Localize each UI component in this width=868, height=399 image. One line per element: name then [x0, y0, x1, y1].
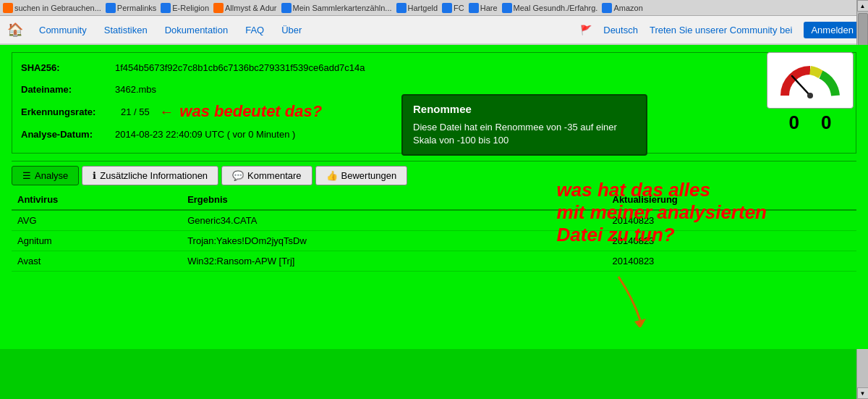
gauge-value-2: 0	[821, 112, 831, 134]
community-cta[interactable]: Treten Sie unserer Community bei	[650, 25, 793, 35]
annotation-arrow: ←	[156, 104, 174, 120]
bookmark-item[interactable]: E-Religion	[161, 3, 209, 13]
svg-point-2	[807, 93, 813, 98]
large-annotation: was hat das alles mit meiner analysierte…	[557, 179, 767, 247]
cell-aktualisierung: 20140823	[607, 251, 857, 272]
erkennungsrate-value: 21 / 55	[121, 106, 150, 117]
sha256-row: SHA256: 1f454b5673f92c7c8b1cb6c7136bc279…	[21, 59, 847, 76]
scroll-up-button[interactable]: ▲	[857, 0, 869, 12]
tab-kommentare[interactable]: 💬 Kommentare	[221, 166, 312, 185]
tooltip-body: Diese Datei hat ein Renommee von -35 auf…	[413, 121, 636, 147]
nav-dokumentation[interactable]: Dokumentation	[156, 25, 237, 35]
annotation-text: was bedeutet das?	[179, 102, 322, 121]
nav-right: 🚩 Deutsch Treten Sie unserer Community b…	[580, 22, 861, 38]
bookmark-icon	[281, 3, 292, 13]
bookmark-icon	[161, 3, 171, 13]
nav-statistiken[interactable]: Statistiken	[95, 25, 156, 35]
bookmark-item[interactable]: Hartgeld	[396, 3, 438, 13]
gauge-value-1: 0	[789, 112, 799, 134]
home-button[interactable]: 🏠	[7, 22, 23, 38]
tab-analyse-label: Analyse	[35, 170, 68, 181]
tooltip-title: Renommee	[413, 103, 636, 115]
bookmark-item[interactable]: suchen in Gebrauchen...	[3, 3, 101, 13]
bookmark-item[interactable]: Allmyst & Adur	[213, 3, 277, 13]
nav-uber[interactable]: Über	[273, 25, 310, 35]
tab-zusatzliche-label: Zusätzliche Informationen	[100, 170, 208, 181]
cell-ergebnis: Trojan:Yakes!DOm2jyqTsDw	[182, 231, 606, 251]
dateiname-label: Dateiname:	[21, 84, 115, 95]
bookmark-item[interactable]: Mein Sammlerkartenzähln...	[281, 3, 392, 13]
cell-antivirus: AVG	[12, 210, 182, 231]
bookmark-icon	[213, 3, 224, 13]
sha256-label: SHA256:	[21, 62, 115, 73]
sha256-value: 1f454b5673f92c7c8b1cb6c7136bc279331f539c…	[115, 62, 365, 73]
scroll-down-button[interactable]: ▼	[857, 387, 869, 399]
bookmark-icon	[396, 3, 407, 13]
col-ergebnis: Ergebnis	[182, 190, 606, 210]
tooltip-popup: Renommee Diese Datei hat ein Renommee vo…	[401, 94, 647, 156]
table-row: AvastWin32:Ransom-APW [Trj]20140823	[12, 251, 856, 272]
bookmark-bar: suchen in Gebrauchen... Permalinks E-Rel…	[0, 0, 868, 16]
tab-zusatzliche[interactable]: ℹ Zusätzliche Informationen	[82, 166, 218, 185]
col-antivirus: Antivirus	[12, 190, 182, 210]
gauge-visual	[767, 52, 854, 109]
analyse-datum-label: Analyse-Datum:	[21, 129, 115, 140]
nav-faq[interactable]: FAQ	[237, 25, 273, 35]
bookmark-icon	[469, 3, 479, 13]
tab-kommentare-label: Kommentare	[247, 170, 301, 181]
cell-ergebnis: Generic34.CATA	[182, 210, 606, 231]
bookmark-item[interactable]: FC	[442, 3, 464, 13]
tab-bewertungen[interactable]: 👍 Bewertungen	[315, 166, 408, 185]
info-icon: ℹ	[93, 170, 96, 181]
content-area: SHA256: 1f454b5673f92c7c8b1cb6c7136bc279…	[0, 45, 868, 349]
svg-line-1	[792, 76, 810, 96]
cell-antivirus: Avast	[12, 251, 182, 272]
gauge-values: 0 0	[789, 112, 832, 134]
analyse-datum-value: 2014-08-23 22:40:09 UTC ( vor 0 Minuten …	[115, 129, 295, 140]
login-button[interactable]: Anmelden	[804, 22, 861, 38]
bookmark-item[interactable]: Hare	[469, 3, 498, 13]
bookmark-item[interactable]: Amazon	[602, 3, 642, 13]
tab-bewertungen-label: Bewertungen	[341, 170, 397, 181]
bookmark-icon	[502, 3, 512, 13]
large-annotation-line1: was hat das alles	[557, 179, 767, 201]
thumbsup-icon: 👍	[326, 170, 338, 181]
language-selector[interactable]: Deutsch	[603, 25, 638, 35]
large-annotation-line2: mit meiner analysierten	[557, 201, 767, 224]
arrow-annotation-down	[575, 269, 662, 329]
large-annotation-line3: Datei zu tun?	[557, 224, 767, 246]
bookmark-item[interactable]: Meal Gesundh./Erfahrg.	[502, 3, 598, 13]
nav-community[interactable]: Community	[30, 25, 95, 35]
comment-icon: 💬	[232, 170, 244, 181]
erkennungsrate-label: Erkennungsrate:	[21, 106, 115, 117]
tab-analyse[interactable]: ☰ Analyse	[12, 166, 79, 185]
analyse-icon: ☰	[22, 170, 31, 181]
cell-antivirus: Agnitum	[12, 231, 182, 251]
bookmark-icon	[106, 3, 116, 13]
gauge-container: 0 0	[767, 52, 854, 134]
bookmark-icon	[442, 3, 452, 13]
bookmark-icon	[3, 3, 13, 13]
bookmark-item[interactable]: Permalinks	[106, 3, 156, 13]
bookmark-icon	[602, 3, 612, 13]
dateiname-value: 3462.mbs	[115, 84, 156, 95]
cell-ergebnis: Win32:Ransom-APW [Trj]	[182, 251, 606, 272]
navbar: 🏠 Community Statistiken Dokumentation FA…	[0, 16, 868, 45]
language-flag: 🚩	[580, 25, 592, 35]
